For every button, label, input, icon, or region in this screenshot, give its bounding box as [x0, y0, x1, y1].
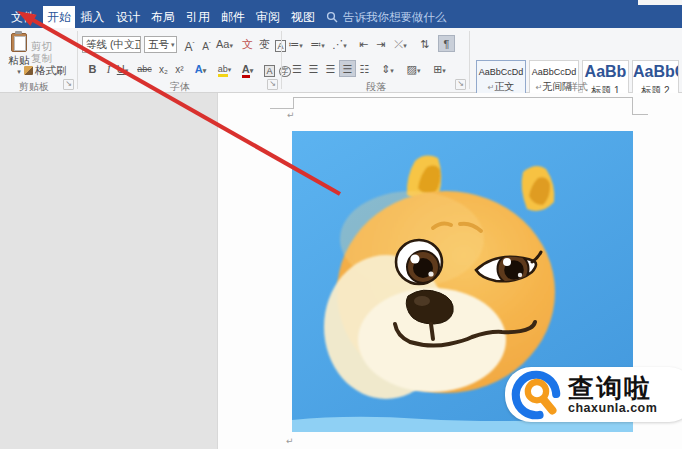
- decrease-indent-button[interactable]: ⇤: [355, 36, 372, 53]
- underline-button[interactable]: U▾: [114, 61, 131, 78]
- justify-button[interactable]: ☰: [339, 60, 356, 77]
- shading-button[interactable]: ▨▾: [405, 61, 422, 78]
- watermark-domain: chaxunla.com: [568, 401, 657, 415]
- tab-file[interactable]: 文件: [4, 6, 42, 28]
- tell-me-search[interactable]: 告诉我你想要做什么: [326, 6, 447, 28]
- word-window: 文件 开始 插入 设计 布局 引用 邮件 审阅 视图 告诉我你想要做什么 粘贴 …: [0, 0, 682, 449]
- font-name-select[interactable]: 等线 (中文正▾: [82, 36, 141, 53]
- change-case-button[interactable]: Aa▾: [216, 36, 233, 53]
- paragraph-dialog-launcher[interactable]: ↘: [455, 79, 466, 90]
- subscript-button[interactable]: x₂: [155, 61, 172, 78]
- align-right-button[interactable]: ☰: [322, 61, 339, 78]
- multilevel-list-button[interactable]: ⋰▾: [331, 36, 348, 53]
- ruby-guide-button[interactable]: 文: [239, 36, 256, 53]
- clipboard-group-label: 剪贴板: [8, 80, 60, 94]
- text-effects-button[interactable]: A▾: [192, 61, 209, 78]
- distribute-button[interactable]: ☷: [356, 61, 373, 78]
- tab-design[interactable]: 设计: [111, 6, 145, 28]
- clipboard-dialog-launcher[interactable]: ↘: [63, 79, 74, 90]
- font-dialog-launcher[interactable]: ↘: [267, 79, 278, 90]
- char-scale-button[interactable]: 变: [256, 36, 273, 53]
- format-painter-icon: [24, 66, 33, 75]
- paragraph-group-label: 段落: [346, 80, 406, 94]
- asian-layout-button[interactable]: ⤫▾: [392, 36, 409, 53]
- page-top-edge: [293, 97, 632, 98]
- sort-button[interactable]: ⇅: [416, 36, 433, 53]
- watermark-title: 查询啦: [568, 375, 657, 401]
- canvas-left-margin: [0, 93, 218, 449]
- tab-mailings[interactable]: 邮件: [216, 6, 250, 28]
- menubar: 文件 开始 插入 设计 布局 引用 邮件 审阅 视图 告诉我你想要做什么: [0, 0, 682, 28]
- ribbon: 粘贴 ▾ 剪切 复制 格式刷 剪贴板 ↘ 等线 (中文正▾ 五号▾ Aˆ Aˇ …: [0, 28, 682, 93]
- format-painter-button[interactable]: 格式刷: [24, 64, 67, 78]
- font-group-label: 字体: [150, 80, 210, 94]
- increase-indent-button[interactable]: ⇥: [372, 36, 389, 53]
- line-spacing-button[interactable]: ⇕▾: [379, 61, 396, 78]
- tab-review[interactable]: 审阅: [251, 6, 285, 28]
- font-size-select[interactable]: 五号▾: [144, 36, 177, 53]
- font-color-button[interactable]: A▾: [239, 61, 256, 78]
- paste-icon: [11, 32, 27, 51]
- tab-references[interactable]: 引用: [181, 6, 215, 28]
- search-placeholder: 告诉我你想要做什么: [343, 10, 447, 25]
- bullets-button[interactable]: ≔▾: [287, 36, 304, 53]
- styles-group-label: 样式: [548, 80, 608, 94]
- tab-layout[interactable]: 布局: [146, 6, 180, 28]
- paragraph-mark-top: ↵: [287, 110, 295, 120]
- show-marks-button[interactable]: ¶: [438, 35, 455, 52]
- crop-mark-top-left-h: [270, 108, 293, 109]
- borders-button[interactable]: ⊞▾: [431, 61, 448, 78]
- paragraph-mark-bottom: ↵: [286, 436, 294, 446]
- strikethrough-button[interactable]: abc: [136, 61, 153, 78]
- tab-home[interactable]: 开始: [43, 6, 75, 28]
- crop-mark-top-right-h: [632, 114, 648, 115]
- shrink-font-button[interactable]: Aˇ: [198, 36, 215, 53]
- tab-insert[interactable]: 插入: [76, 6, 109, 28]
- crop-mark-top-left-v: [293, 97, 294, 109]
- search-icon: [326, 11, 338, 23]
- numbering-button[interactable]: ≕▾: [309, 36, 326, 53]
- bold-button[interactable]: B: [84, 61, 101, 78]
- grow-font-button[interactable]: Aˆ: [181, 36, 198, 53]
- superscript-button[interactable]: x²: [171, 61, 188, 78]
- doge-left-eye: [396, 240, 442, 284]
- titlebar-fragment: [638, 0, 682, 5]
- highlight-button[interactable]: ab▾: [216, 61, 233, 78]
- chaxunla-logo-icon: [510, 369, 562, 421]
- align-center-button[interactable]: ☰: [305, 61, 322, 78]
- watermark-badge: 查询啦 chaxunla.com: [505, 367, 682, 422]
- crop-mark-top-right-v: [632, 97, 633, 114]
- align-left-button[interactable]: ☰: [288, 61, 305, 78]
- tab-view[interactable]: 视图: [286, 6, 320, 28]
